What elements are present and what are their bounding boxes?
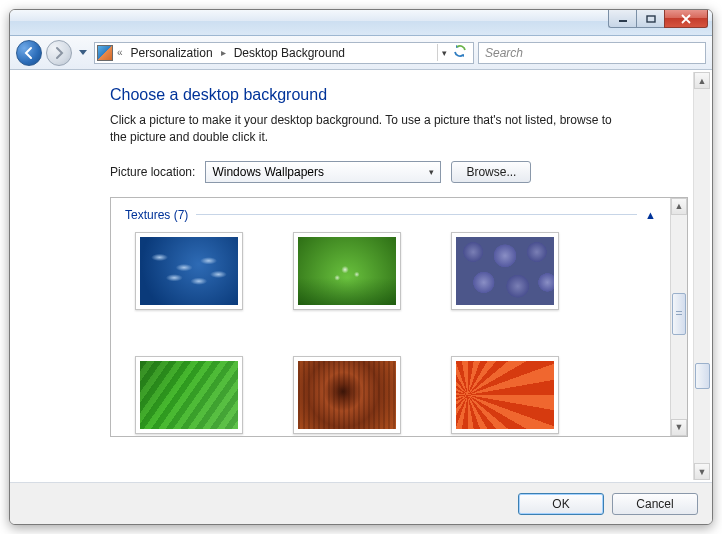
scroll-thumb[interactable]	[695, 363, 710, 389]
ok-button[interactable]: OK	[518, 493, 604, 515]
breadcrumb-desktop-background[interactable]: Desktop Background	[230, 45, 349, 61]
scroll-track[interactable]	[671, 215, 687, 419]
page-title: Choose a desktop background	[110, 86, 688, 104]
forward-button[interactable]	[46, 40, 72, 66]
breadcrumb-personalization[interactable]: Personalization	[127, 45, 217, 61]
minimize-button[interactable]	[608, 10, 636, 28]
breadcrumb-chevron-icon[interactable]: ▸	[219, 47, 228, 58]
gallery-scrollbar[interactable]: ▲ ▼	[670, 198, 687, 436]
content-area: Choose a desktop background Click a pict…	[10, 70, 712, 482]
wallpaper-thumbnail[interactable]	[135, 232, 243, 310]
wallpaper-gallery: Textures (7) ▲ ▲ ▼	[110, 197, 688, 437]
svg-rect-0	[619, 20, 627, 22]
thumbnail-grid	[125, 232, 656, 434]
page-scrollbar[interactable]: ▲ ▼	[693, 72, 710, 480]
wallpaper-thumbnail[interactable]	[451, 356, 559, 434]
picture-location-value: Windows Wallpapers	[212, 165, 324, 179]
gallery-viewport: Textures (7) ▲	[111, 198, 670, 436]
close-button[interactable]	[664, 10, 708, 28]
scroll-up-button[interactable]: ▲	[671, 198, 687, 215]
thumbnail-image	[456, 237, 554, 305]
thumbnail-image	[140, 237, 238, 305]
wallpaper-thumbnail[interactable]	[135, 356, 243, 434]
location-icon	[97, 45, 113, 61]
gallery-group-label: Textures (7)	[125, 208, 188, 222]
navigation-bar: « Personalization ▸ Desktop Background ▾…	[10, 36, 712, 70]
wallpaper-thumbnail[interactable]	[451, 232, 559, 310]
chevron-down-icon: ▾	[429, 167, 434, 177]
svg-rect-1	[647, 16, 655, 22]
wallpaper-thumbnail[interactable]	[293, 356, 401, 434]
maximize-button[interactable]	[636, 10, 664, 28]
address-bar[interactable]: « Personalization ▸ Desktop Background ▾	[94, 42, 474, 64]
window: « Personalization ▸ Desktop Background ▾…	[9, 9, 713, 525]
scroll-down-button[interactable]: ▼	[694, 463, 710, 480]
browse-button[interactable]: Browse...	[451, 161, 531, 183]
picture-location-combo[interactable]: Windows Wallpapers ▾	[205, 161, 441, 183]
search-input[interactable]: Search	[478, 42, 706, 64]
recent-pages-dropdown[interactable]	[76, 44, 90, 62]
thumbnail-image	[456, 361, 554, 429]
back-button[interactable]	[16, 40, 42, 66]
wallpaper-thumbnail[interactable]	[293, 232, 401, 310]
cancel-button[interactable]: Cancel	[612, 493, 698, 515]
picture-location-row: Picture location: Windows Wallpapers ▾ B…	[110, 161, 688, 183]
scroll-down-button[interactable]: ▼	[671, 419, 687, 436]
scroll-thumb[interactable]	[672, 293, 686, 335]
picture-location-label: Picture location:	[110, 165, 195, 179]
dialog-footer: OK Cancel	[10, 482, 712, 524]
scroll-up-button[interactable]: ▲	[694, 72, 710, 89]
window-controls	[608, 10, 708, 28]
page-subtext: Click a picture to make it your desktop …	[110, 112, 630, 147]
titlebar	[10, 10, 712, 36]
collapse-icon[interactable]: ▲	[645, 209, 656, 221]
thumbnail-image	[298, 237, 396, 305]
refresh-button[interactable]	[449, 44, 471, 61]
thumbnail-image	[298, 361, 396, 429]
gallery-group-header[interactable]: Textures (7) ▲	[125, 208, 656, 222]
address-dropdown-icon[interactable]: ▾	[442, 48, 447, 58]
breadcrumb-chevron-icon[interactable]: «	[115, 47, 125, 58]
divider	[196, 214, 637, 215]
thumbnail-image	[140, 361, 238, 429]
